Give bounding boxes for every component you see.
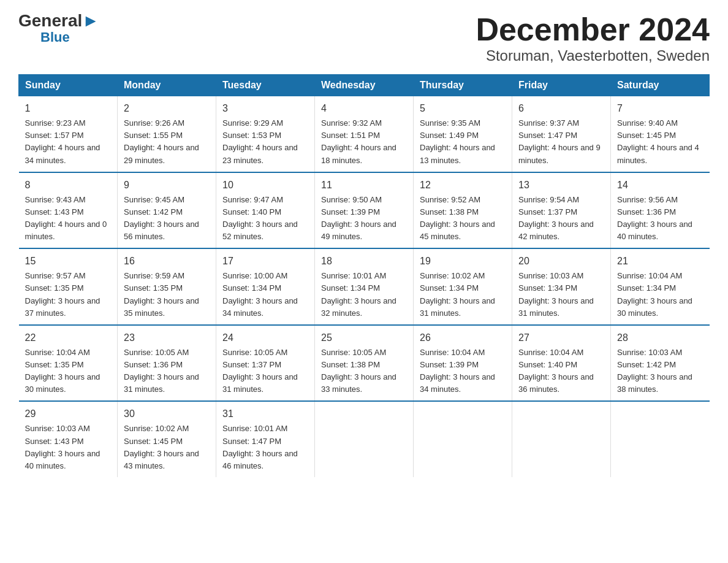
day-number: 11 (321, 178, 407, 193)
calendar-cell: 31Sunrise: 10:01 AMSunset: 1:47 PMDaylig… (216, 401, 315, 477)
day-number: 8 (25, 178, 112, 193)
calendar-cell: 9Sunrise: 9:45 AMSunset: 1:42 PMDaylight… (118, 172, 216, 249)
day-info: Sunrise: 9:43 AMSunset: 1:43 PMDaylight:… (25, 194, 112, 243)
logo-blue-text: Blue (40, 31, 70, 44)
calendar-table: SundayMondayTuesdayWednesdayThursdayFrid… (18, 74, 710, 477)
day-number: 15 (25, 254, 112, 269)
day-info: Sunrise: 10:05 AMSunset: 1:37 PMDaylight… (222, 347, 308, 396)
calendar-week-row: 29Sunrise: 10:03 AMSunset: 1:43 PMDaylig… (19, 401, 710, 477)
day-info: Sunrise: 10:03 AMSunset: 1:34 PMDaylight… (518, 270, 604, 320)
calendar-cell: 7Sunrise: 9:40 AMSunset: 1:45 PMDaylight… (611, 96, 710, 172)
calendar-cell: 19Sunrise: 10:02 AMSunset: 1:34 PMDaylig… (414, 248, 512, 325)
day-number: 21 (617, 254, 703, 269)
calendar-cell: 18Sunrise: 10:01 AMSunset: 1:34 PMDaylig… (315, 248, 414, 325)
weekday-header-sunday: Sunday (19, 75, 118, 96)
day-number: 13 (518, 178, 604, 193)
calendar-cell: 5Sunrise: 9:35 AMSunset: 1:49 PMDaylight… (414, 96, 512, 172)
weekday-header-monday: Monday (118, 75, 216, 96)
day-number: 4 (321, 101, 407, 116)
day-number: 9 (124, 178, 210, 193)
day-info: Sunrise: 10:00 AMSunset: 1:34 PMDaylight… (222, 270, 308, 320)
calendar-cell (611, 401, 710, 477)
day-info: Sunrise: 10:03 AMSunset: 1:43 PMDaylight… (25, 423, 112, 472)
logo: General► Blue (18, 12, 99, 44)
day-number: 14 (617, 178, 703, 193)
calendar-cell (512, 401, 611, 477)
page-title: December 2024 (476, 12, 710, 47)
calendar-cell: 30Sunrise: 10:02 AMSunset: 1:45 PMDaylig… (118, 401, 216, 477)
day-info: Sunrise: 9:59 AMSunset: 1:35 PMDaylight:… (124, 270, 210, 320)
calendar-cell: 6Sunrise: 9:37 AMSunset: 1:47 PMDaylight… (512, 96, 611, 172)
day-number: 26 (420, 331, 506, 345)
day-info: Sunrise: 10:01 AMSunset: 1:34 PMDaylight… (321, 270, 407, 320)
logo-general-text: General► (18, 12, 99, 29)
page-header: General► Blue December 2024 Storuman, Va… (18, 12, 710, 64)
calendar-cell: 27Sunrise: 10:04 AMSunset: 1:40 PMDaylig… (512, 325, 611, 402)
calendar-cell: 26Sunrise: 10:04 AMSunset: 1:39 PMDaylig… (414, 325, 512, 402)
calendar-cell: 15Sunrise: 9:57 AMSunset: 1:35 PMDayligh… (19, 248, 118, 325)
day-number: 30 (124, 407, 210, 421)
weekday-header-tuesday: Tuesday (216, 75, 315, 96)
calendar-cell: 16Sunrise: 9:59 AMSunset: 1:35 PMDayligh… (118, 248, 216, 325)
day-number: 12 (420, 178, 506, 193)
day-number: 5 (420, 101, 506, 116)
weekday-header-wednesday: Wednesday (315, 75, 414, 96)
day-number: 22 (25, 331, 112, 345)
calendar-cell: 10Sunrise: 9:47 AMSunset: 1:40 PMDayligh… (216, 172, 315, 249)
calendar-week-row: 8Sunrise: 9:43 AMSunset: 1:43 PMDaylight… (19, 172, 710, 249)
calendar-cell: 29Sunrise: 10:03 AMSunset: 1:43 PMDaylig… (19, 401, 118, 477)
weekday-header-friday: Friday (512, 75, 611, 96)
title-block: December 2024 Storuman, Vaesterbotten, S… (476, 12, 710, 64)
day-info: Sunrise: 9:57 AMSunset: 1:35 PMDaylight:… (25, 270, 112, 320)
day-info: Sunrise: 10:02 AMSunset: 1:34 PMDaylight… (420, 270, 506, 320)
calendar-cell: 25Sunrise: 10:05 AMSunset: 1:38 PMDaylig… (315, 325, 414, 402)
day-number: 7 (617, 101, 703, 116)
day-number: 18 (321, 254, 407, 269)
day-info: Sunrise: 9:47 AMSunset: 1:40 PMDaylight:… (222, 194, 308, 243)
day-info: Sunrise: 9:45 AMSunset: 1:42 PMDaylight:… (124, 194, 210, 243)
day-number: 1 (25, 101, 112, 116)
calendar-week-row: 1Sunrise: 9:23 AMSunset: 1:57 PMDaylight… (19, 96, 710, 172)
calendar-cell: 8Sunrise: 9:43 AMSunset: 1:43 PMDaylight… (19, 172, 118, 249)
calendar-cell: 4Sunrise: 9:32 AMSunset: 1:51 PMDaylight… (315, 96, 414, 172)
day-info: Sunrise: 9:37 AMSunset: 1:47 PMDaylight:… (518, 117, 604, 167)
day-info: Sunrise: 9:35 AMSunset: 1:49 PMDaylight:… (420, 117, 506, 167)
day-info: Sunrise: 10:04 AMSunset: 1:35 PMDaylight… (25, 347, 112, 396)
weekday-header-thursday: Thursday (414, 75, 512, 96)
day-info: Sunrise: 9:32 AMSunset: 1:51 PMDaylight:… (321, 117, 407, 167)
calendar-cell: 1Sunrise: 9:23 AMSunset: 1:57 PMDaylight… (19, 96, 118, 172)
day-number: 3 (222, 101, 308, 116)
calendar-cell (414, 401, 512, 477)
calendar-cell: 20Sunrise: 10:03 AMSunset: 1:34 PMDaylig… (512, 248, 611, 325)
calendar-cell: 3Sunrise: 9:29 AMSunset: 1:53 PMDaylight… (216, 96, 315, 172)
day-info: Sunrise: 10:05 AMSunset: 1:36 PMDaylight… (124, 347, 210, 396)
day-info: Sunrise: 9:23 AMSunset: 1:57 PMDaylight:… (25, 117, 112, 167)
day-number: 29 (25, 407, 112, 421)
page-subtitle: Storuman, Vaesterbotten, Sweden (476, 47, 710, 64)
day-number: 10 (222, 178, 308, 193)
day-number: 31 (222, 407, 308, 421)
day-info: Sunrise: 10:05 AMSunset: 1:38 PMDaylight… (321, 347, 407, 396)
day-info: Sunrise: 10:04 AMSunset: 1:40 PMDaylight… (518, 347, 604, 396)
calendar-week-row: 22Sunrise: 10:04 AMSunset: 1:35 PMDaylig… (19, 325, 710, 402)
day-number: 24 (222, 331, 308, 345)
day-number: 6 (518, 101, 604, 116)
day-number: 28 (617, 331, 703, 345)
weekday-header-row: SundayMondayTuesdayWednesdayThursdayFrid… (19, 75, 710, 96)
day-number: 17 (222, 254, 308, 269)
day-info: Sunrise: 10:04 AMSunset: 1:34 PMDaylight… (617, 270, 703, 320)
day-number: 23 (124, 331, 210, 345)
calendar-cell: 14Sunrise: 9:56 AMSunset: 1:36 PMDayligh… (611, 172, 710, 249)
day-number: 27 (518, 331, 604, 345)
day-info: Sunrise: 10:03 AMSunset: 1:42 PMDaylight… (617, 347, 703, 396)
day-number: 20 (518, 254, 604, 269)
day-info: Sunrise: 9:52 AMSunset: 1:38 PMDaylight:… (420, 194, 506, 243)
day-info: Sunrise: 9:40 AMSunset: 1:45 PMDaylight:… (617, 117, 703, 167)
calendar-cell: 28Sunrise: 10:03 AMSunset: 1:42 PMDaylig… (611, 325, 710, 402)
calendar-cell (315, 401, 414, 477)
calendar-cell: 11Sunrise: 9:50 AMSunset: 1:39 PMDayligh… (315, 172, 414, 249)
day-number: 2 (124, 101, 210, 116)
day-info: Sunrise: 9:26 AMSunset: 1:55 PMDaylight:… (124, 117, 210, 167)
calendar-cell: 13Sunrise: 9:54 AMSunset: 1:37 PMDayligh… (512, 172, 611, 249)
calendar-cell: 12Sunrise: 9:52 AMSunset: 1:38 PMDayligh… (414, 172, 512, 249)
